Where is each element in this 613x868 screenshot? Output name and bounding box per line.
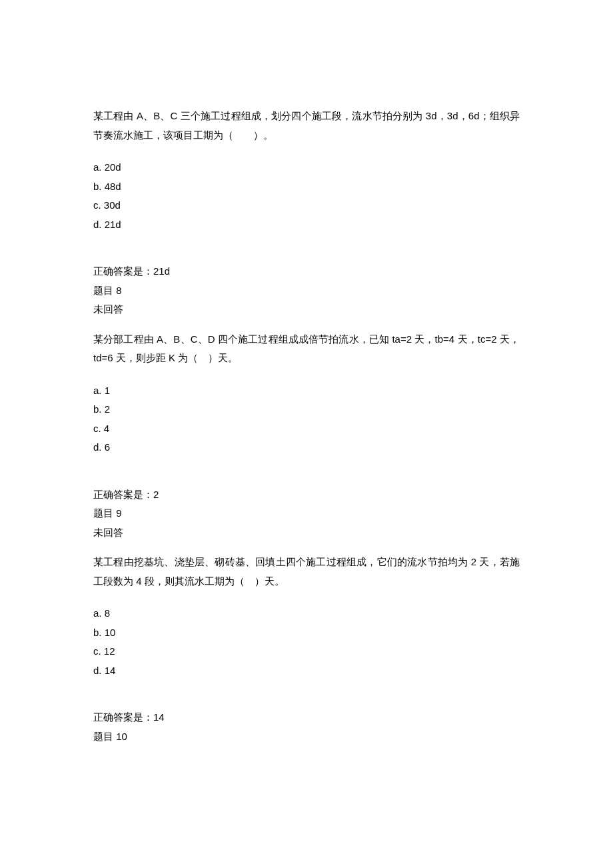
option-b: b. 2 [93, 400, 520, 419]
option-b: b. 10 [93, 623, 520, 643]
option-a: a. 1 [93, 381, 520, 401]
options-list: a. 20d b. 48d c. 30d d. 21d [93, 158, 520, 234]
option-d: d. 6 [93, 438, 520, 457]
option-c: c. 12 [93, 642, 520, 661]
option-c: c. 4 [93, 419, 520, 439]
question-text: 某工程由 A、B、C 三个施工过程组成，划分四个施工段，流水节拍分别为 3d，3… [93, 107, 520, 145]
options-list: a. 1 b. 2 c. 4 d. 6 [93, 381, 520, 457]
question-text: 某工程由挖基坑、浇垫层、砌砖基、回填土四个施工过程组成，它们的流水节拍均为 2 … [93, 553, 520, 591]
option-c: c. 30d [93, 196, 520, 215]
question-text: 某分部工程由 A、B、C、D 四个施工过程组成成倍节拍流水，已知 ta=2 天，… [93, 330, 520, 368]
status-text: 未回答 [93, 523, 520, 543]
question-number-label: 题目 8 [93, 281, 520, 301]
question-block-1: 某工程由 A、B、C 三个施工过程组成，划分四个施工段，流水节拍分别为 3d，3… [93, 107, 520, 319]
answer-block: 正确答案是：14 题目 10 [93, 708, 520, 746]
option-a: a. 20d [93, 158, 520, 177]
question-block-2: 某分部工程由 A、B、C、D 四个施工过程组成成倍节拍流水，已知 ta=2 天，… [93, 330, 520, 543]
options-list: a. 8 b. 10 c. 12 d. 14 [93, 604, 520, 680]
answer-block: 正确答案是：2 题目 9 未回答 [93, 485, 520, 543]
correct-answer: 正确答案是：2 [93, 485, 520, 505]
option-d: d. 21d [93, 215, 520, 235]
answer-block: 正确答案是：21d 题目 8 未回答 [93, 262, 520, 319]
question-number-label: 题目 9 [93, 504, 520, 523]
question-block-3: 某工程由挖基坑、浇垫层、砌砖基、回填土四个施工过程组成，它们的流水节拍均为 2 … [93, 553, 520, 746]
option-a: a. 8 [93, 604, 520, 623]
status-text: 未回答 [93, 300, 520, 319]
correct-answer: 正确答案是：14 [93, 708, 520, 727]
question-number-label: 题目 10 [93, 727, 520, 747]
correct-answer: 正确答案是：21d [93, 262, 520, 281]
option-d: d. 14 [93, 661, 520, 681]
option-b: b. 48d [93, 177, 520, 197]
